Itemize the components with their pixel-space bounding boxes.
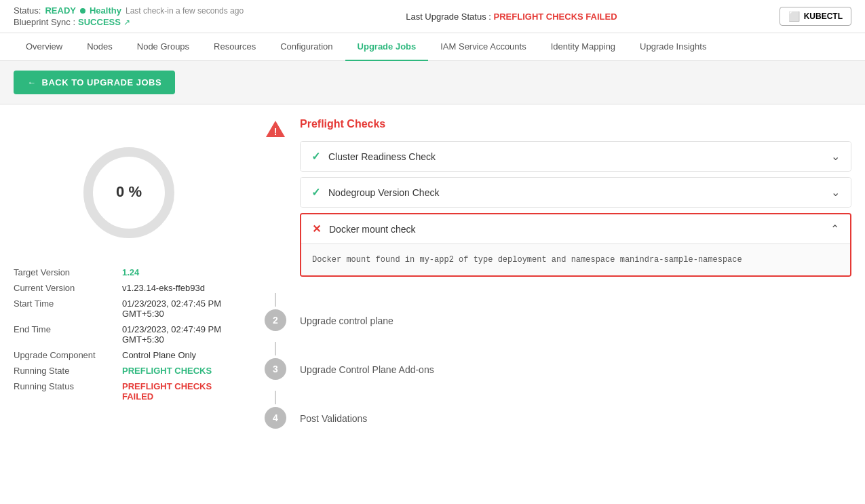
timeline-item-step-3: 3 Upgrade Control Plane Add-ons	[265, 355, 851, 380]
nav-tabs: Overview Nodes Node Groups Resources Con…	[0, 33, 865, 61]
health-dot	[80, 8, 85, 14]
running-status-key: Running Status	[14, 381, 115, 391]
check-header-left-2: ✓ Nodegroup Version Check	[311, 186, 439, 199]
tab-upgrade-jobs[interactable]: Upgrade Jobs	[345, 33, 429, 61]
chevron-down-icon-2[interactable]: ⌄	[831, 186, 840, 199]
docker-mount-error-message: Docker mount found in my-app2 of type de…	[301, 244, 850, 275]
upgrade-status-value: PREFLIGHT CHECKS FAILED	[494, 12, 617, 22]
status-bar: Status: READY Healthy Last check-in a fe…	[0, 0, 865, 33]
end-time-value: 01/23/2023, 02:47:49 PM GMT+5:30	[122, 324, 244, 345]
check-header-nodegroup-version[interactable]: ✓ Nodegroup Version Check ⌄	[301, 178, 851, 207]
progress-circle: 0 %	[75, 138, 183, 247]
tab-overview[interactable]: Overview	[14, 33, 75, 61]
upgrade-label: Last Upgrade Status :	[406, 12, 491, 22]
tab-nodes[interactable]: Nodes	[75, 33, 125, 61]
back-arrow-icon: ←	[27, 77, 37, 88]
tab-iam-service-accounts[interactable]: IAM Service Accounts	[428, 33, 538, 61]
tab-node-groups[interactable]: Node Groups	[125, 33, 201, 61]
timeline-item-step-4: 4 Post Validations	[265, 404, 851, 429]
detail-row-start-time: Start Time 01/23/2023, 02:47:45 PM GMT+5…	[14, 298, 244, 319]
timeline-connector-1	[275, 293, 276, 307]
back-to-upgrade-jobs-button[interactable]: ← BACK TO UPGRADE JOBS	[14, 71, 175, 94]
left-panel: 0 % Target Version 1.24 Current Version …	[14, 118, 244, 440]
upgrade-component-value: Control Plane Only	[122, 350, 196, 360]
step-3-label: Upgrade Control Plane Add-ons	[300, 360, 434, 375]
check-header-docker-mount[interactable]: ✕ Docker mount check ⌃	[301, 214, 850, 244]
main-content: 0 % Target Version 1.24 Current Version …	[0, 104, 865, 453]
running-state-key: Running State	[14, 366, 115, 376]
tab-configuration[interactable]: Configuration	[268, 33, 345, 61]
target-version-value: 1.24	[122, 267, 139, 277]
terminal-icon: ⬜	[788, 11, 800, 22]
upgrade-component-key: Upgrade Component	[14, 350, 115, 360]
running-state-value: PREFLIGHT CHECKS	[122, 366, 212, 376]
step-circle-3: 3	[265, 358, 286, 380]
check-item-cluster-readiness: ✓ Cluster Readiness Check ⌄	[300, 141, 851, 172]
detail-row-running-state: Running State PREFLIGHT CHECKS	[14, 366, 244, 376]
check-fail-icon-3: ✕	[312, 222, 321, 235]
detail-row-target-version: Target Version 1.24	[14, 267, 244, 277]
detail-row-upgrade-component: Upgrade Component Control Plane Only	[14, 350, 244, 360]
timeline-connector-2	[275, 342, 276, 355]
tab-identity-mapping[interactable]: Identity Mapping	[539, 33, 628, 61]
check-item-nodegroup-version: ✓ Nodegroup Version Check ⌄	[300, 177, 851, 208]
back-bar: ← BACK TO UPGRADE JOBS	[0, 61, 865, 104]
timeline-item-preflight: ! Preflight Checks ✓ Cluster Readiness C…	[265, 118, 851, 282]
tab-upgrade-insights[interactable]: Upgrade Insights	[628, 33, 718, 61]
upgrade-status-center: Last Upgrade Status : PREFLIGHT CHECKS F…	[406, 12, 617, 22]
check-pass-icon-1: ✓	[311, 150, 320, 163]
check-item-docker-mount: ✕ Docker mount check ⌃ Docker mount foun…	[300, 213, 851, 277]
check-header-left-3: ✕ Docker mount check	[312, 222, 416, 235]
status-left: Status: READY Healthy Last check-in a fe…	[14, 5, 244, 27]
timeline-item-step-2: 2 Upgrade control plane	[265, 307, 851, 331]
check-name-2: Nodegroup Version Check	[328, 187, 439, 198]
chevron-down-icon-1[interactable]: ⌄	[831, 150, 840, 163]
detail-row-running-status: Running Status PREFLIGHT CHECKS FAILED	[14, 381, 244, 402]
current-version-key: Current Version	[14, 283, 115, 293]
tab-resources[interactable]: Resources	[201, 33, 268, 61]
details-table: Target Version 1.24 Current Version v1.2…	[14, 267, 244, 402]
progress-text: 0 %	[116, 183, 142, 200]
current-version-value: v1.23.14-eks-ffeb93d	[122, 283, 205, 293]
step-circle-2: 2	[265, 309, 286, 331]
checkin-text: Last check-in a few seconds ago	[126, 6, 244, 16]
preflight-title: Preflight Checks	[300, 118, 851, 130]
kubectl-button[interactable]: ⬜ KUBECTL	[780, 7, 851, 26]
detail-row-end-time: End Time 01/23/2023, 02:47:49 PM GMT+5:3…	[14, 324, 244, 345]
status-label: Status:	[14, 5, 41, 16]
status-row-1: Status: READY Healthy Last check-in a fe…	[14, 5, 244, 16]
step-4-label: Post Validations	[300, 409, 367, 424]
kubectl-label: KUBECTL	[804, 12, 843, 21]
step-2-label: Upgrade control plane	[300, 311, 393, 326]
running-status-value: PREFLIGHT CHECKS FAILED	[122, 381, 244, 402]
warning-triangle-icon: !	[265, 118, 286, 140]
back-button-label: BACK TO UPGRADE JOBS	[42, 77, 162, 88]
right-panel: ! Preflight Checks ✓ Cluster Readiness C…	[265, 118, 851, 440]
timeline-connector-3	[275, 391, 276, 404]
blueprint-row: Blueprint Sync : SUCCESS ↗	[14, 17, 130, 27]
target-version-key: Target Version	[14, 267, 115, 277]
detail-row-current-version: Current Version v1.23.14-eks-ffeb93d	[14, 283, 244, 293]
circle-progress-container: 0 %	[14, 118, 244, 260]
start-time-value: 01/23/2023, 02:47:45 PM GMT+5:30	[122, 298, 244, 319]
svg-text:!: !	[274, 126, 277, 137]
step-circle-4: 4	[265, 407, 286, 429]
healthy-label: Healthy	[90, 5, 121, 16]
check-name-3: Docker mount check	[329, 224, 416, 235]
status-ready-value: READY	[45, 5, 76, 16]
check-header-cluster-readiness[interactable]: ✓ Cluster Readiness Check ⌄	[301, 142, 851, 171]
preflight-panel: Preflight Checks ✓ Cluster Readiness Che…	[300, 118, 851, 282]
check-pass-icon-2: ✓	[311, 186, 320, 199]
end-time-key: End Time	[14, 324, 115, 334]
check-header-left-1: ✓ Cluster Readiness Check	[311, 150, 436, 163]
check-name-1: Cluster Readiness Check	[328, 151, 436, 162]
blueprint-label: Blueprint Sync :	[14, 17, 75, 27]
chevron-up-icon-3[interactable]: ⌃	[830, 222, 839, 235]
external-link-icon[interactable]: ↗	[123, 18, 130, 27]
start-time-key: Start Time	[14, 298, 115, 309]
blueprint-value: SUCCESS	[78, 17, 121, 27]
